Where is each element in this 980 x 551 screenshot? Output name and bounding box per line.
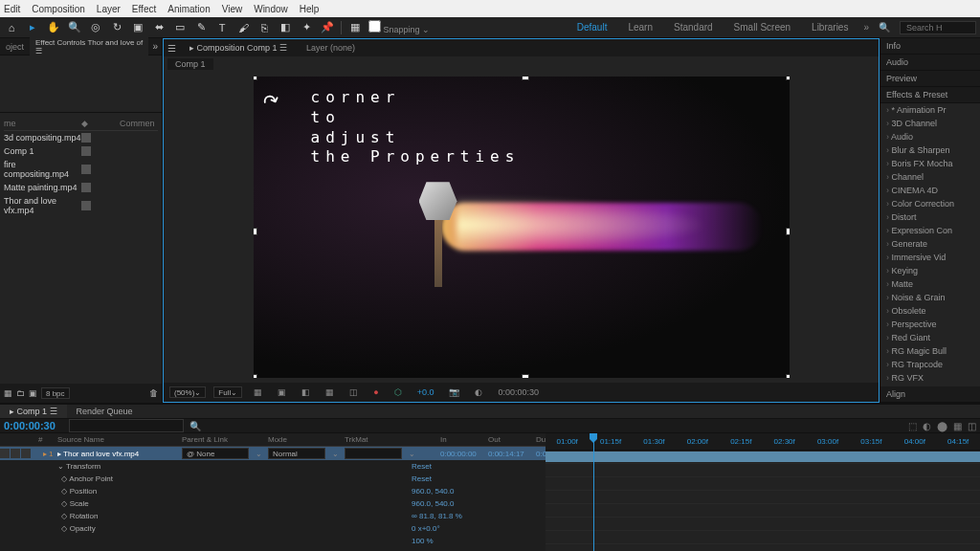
effect-category[interactable]: Immersive Vid — [880, 251, 980, 264]
effects-panel[interactable]: Effects & Preset — [880, 87, 980, 103]
selection-tool-icon[interactable]: ▸ — [25, 20, 40, 35]
project-tab[interactable]: oject — [0, 40, 30, 54]
effect-category[interactable]: Obsolete — [880, 304, 980, 318]
toggle-alpha-icon[interactable]: ☰ — [167, 43, 176, 54]
roto-tool-icon[interactable]: ✦ — [299, 20, 314, 35]
effect-category[interactable]: Generate — [880, 237, 980, 251]
info-panel[interactable]: Info — [880, 38, 980, 55]
effect-category[interactable]: RG VFX — [880, 371, 980, 385]
effect-category[interactable]: Matte — [880, 277, 980, 291]
current-time[interactable]: 0:00:00:30 — [4, 420, 56, 431]
effect-category[interactable]: Noise & Grain — [880, 291, 980, 304]
menu-help[interactable]: Help — [300, 4, 320, 14]
timeline-tracks[interactable]: 01:00f01:15f01:30f02:00f02:15f02:30f03:0… — [546, 433, 980, 551]
camera-tool-icon[interactable]: ▣ — [130, 20, 145, 35]
col-type-icon[interactable]: ◆ — [81, 119, 100, 128]
mask-icon[interactable]: ▣ — [274, 387, 290, 397]
preview-panel[interactable]: Preview — [880, 71, 980, 87]
effect-category[interactable]: Audio — [880, 130, 980, 143]
playhead[interactable] — [593, 433, 594, 551]
bpc-button[interactable]: 8 bpc — [41, 387, 70, 399]
trash-icon[interactable]: 🗑 — [149, 388, 158, 398]
draft-icon[interactable]: ⬡ — [390, 387, 406, 397]
project-item[interactable]: 3d compositing.mp4 — [4, 131, 158, 144]
snapping-checkbox[interactable]: Snapping ⌄ — [368, 20, 430, 34]
effect-category[interactable]: Expression Con — [880, 224, 980, 237]
project-item[interactable]: fire compositing.mp4 — [4, 158, 158, 181]
clone-tool-icon[interactable]: ⎘ — [256, 20, 272, 35]
3d-icon[interactable]: ◫ — [345, 387, 362, 397]
effect-category[interactable]: RG Trapcode — [880, 358, 980, 371]
transform-property[interactable]: ◇ Scale960.0, 540.0 — [0, 497, 546, 510]
menu-view[interactable]: View — [222, 4, 243, 14]
interpret-icon[interactable]: ▦ — [4, 388, 12, 398]
shape-tool-icon[interactable]: ▭ — [172, 20, 188, 35]
new-folder-icon[interactable]: 🗀 — [16, 388, 25, 398]
transform-property[interactable]: ◇ Anchor PointReset — [0, 473, 546, 485]
menu-composition[interactable]: Composition — [32, 4, 85, 14]
new-comp-icon[interactable]: ▣ — [29, 388, 37, 398]
zoom-tool-icon[interactable]: 🔍 — [67, 20, 82, 35]
viewer-time[interactable]: 0:00:00:30 — [494, 387, 543, 397]
panel-menu-icon[interactable]: » — [148, 41, 162, 52]
timeline-search-input[interactable] — [69, 419, 184, 432]
col-name[interactable]: me — [4, 119, 81, 128]
effect-category[interactable]: Keying — [880, 264, 980, 277]
render-icon[interactable]: ● — [369, 387, 382, 397]
handle-br[interactable] — [786, 374, 790, 378]
composition-viewer[interactable]: ↷ corner to adjust the Properties — [164, 72, 879, 383]
align-panel[interactable]: Align — [880, 386, 980, 403]
layer-tab[interactable]: Layer (none) — [301, 41, 361, 55]
menu-layer[interactable]: Layer — [97, 4, 121, 14]
layer-bar[interactable] — [546, 452, 980, 462]
time-ruler[interactable]: 01:00f01:15f01:30f02:00f02:15f02:30f03:0… — [546, 433, 980, 451]
snapshot-icon[interactable]: 📷 — [445, 387, 463, 397]
handle-bc[interactable] — [522, 374, 529, 378]
type-tool-icon[interactable]: T — [214, 20, 230, 35]
region-icon[interactable]: ◧ — [298, 387, 314, 397]
effect-category[interactable]: * Animation Pr — [880, 103, 980, 117]
handle-mr[interactable] — [786, 228, 790, 235]
transform-property[interactable]: ◇ Position960.0, 540.0 — [0, 485, 546, 497]
timeline-comp-tab[interactable]: ▸ Comp 1 ☰ — [0, 405, 67, 418]
brush-tool-icon[interactable]: 🖌 — [235, 20, 251, 35]
handle-ml[interactable] — [254, 228, 257, 235]
effect-category[interactable]: Perspective — [880, 318, 980, 331]
effect-category[interactable]: Boris FX Mocha — [880, 157, 980, 170]
frame-blend-icon[interactable]: ◐ — [923, 421, 931, 431]
zoom-dropdown[interactable]: (50%) ⌄ — [169, 386, 206, 398]
audio-group[interactable]: › Audio — [0, 547, 546, 551]
workspace-learn[interactable]: Learn — [622, 20, 658, 34]
composition-tab[interactable]: ▸ Composition Comp 1 ☰ — [184, 41, 293, 55]
workspace-libraries[interactable]: Libraries — [806, 20, 854, 34]
toggle-icon[interactable]: ▦ — [347, 20, 363, 35]
handle-tl[interactable] — [254, 77, 257, 80]
transform-property[interactable]: ◇ Opacity0 x+0.0° — [0, 522, 546, 535]
eraser-tool-icon[interactable]: ◧ — [278, 20, 293, 35]
hand-tool-icon[interactable]: ✋ — [46, 20, 61, 35]
handle-tc[interactable] — [522, 77, 529, 80]
project-item[interactable]: Comp 1 — [4, 144, 158, 158]
workspace-more-icon[interactable]: » — [863, 22, 869, 33]
workspace-default[interactable]: Default — [571, 20, 613, 34]
shy-icon[interactable]: ⬚ — [908, 421, 917, 431]
canvas[interactable]: ↷ corner to adjust the Properties — [254, 77, 790, 378]
effect-category[interactable]: Blur & Sharpen — [880, 143, 980, 157]
layer-row[interactable]: ▸ 1▸ Thor and love vfx.mp4@ None⌄Normal⌄… — [0, 447, 546, 460]
effect-controls-tab[interactable]: Effect Controls Thor and love of ☰ — [30, 36, 148, 57]
col-comment[interactable]: Commen — [120, 119, 158, 128]
audio-panel[interactable]: Audio — [880, 55, 980, 71]
effect-category[interactable]: Red Giant — [880, 331, 980, 344]
menu-edit[interactable]: Edit — [4, 4, 20, 14]
exposure-icon[interactable]: ◐ — [471, 387, 486, 397]
timeline-search-icon[interactable]: 🔍 — [189, 421, 201, 431]
pen-tool-icon[interactable]: ✎ — [193, 20, 209, 35]
motion-blur-icon[interactable]: ⬤ — [937, 421, 947, 431]
project-item[interactable]: Matte painting.mp4 — [4, 181, 158, 194]
transform-group[interactable]: ⌄ TransformReset — [0, 460, 546, 473]
effect-category[interactable]: 3D Channel — [880, 117, 980, 130]
graph-editor-icon[interactable]: ▦ — [953, 421, 962, 431]
home-icon[interactable]: ⌂ — [4, 20, 19, 35]
track[interactable] — [546, 451, 980, 464]
menu-animation[interactable]: Animation — [167, 4, 210, 14]
